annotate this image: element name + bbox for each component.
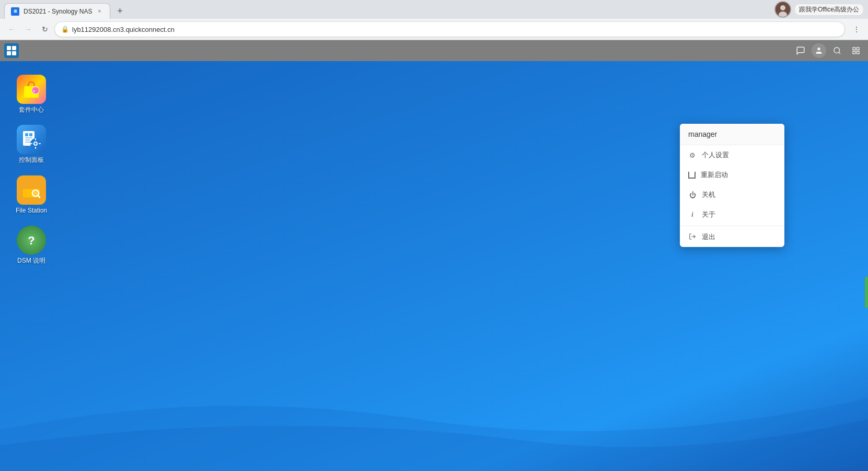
svg-rect-16 [29,133,32,136]
svg-rect-18 [25,139,30,140]
browser-right-icons: ⋮ [849,22,864,37]
about-label: 关于 [702,210,715,219]
svg-rect-24 [35,147,36,149]
new-tab-button[interactable]: + [112,4,127,18]
package-center-icon: + [17,75,46,104]
svg-point-3 [817,48,820,50]
svg-point-22 [34,143,37,145]
logo-dot-2 [12,46,16,50]
shutdown-label: 关机 [702,190,715,199]
desktop-icons-area: + 套件中心 [10,72,52,268]
logo-dot-4 [12,51,16,55]
svg-point-4 [834,48,840,53]
shutdown-icon: ⏻ [688,191,697,199]
extensions-button[interactable]: ⋮ [849,22,864,37]
svg-point-28 [34,192,37,195]
svg-rect-9 [857,51,859,54]
back-button[interactable]: ← [4,22,19,37]
scrollbar-thumb[interactable] [865,277,868,308]
restart-label: 重新启动 [701,170,728,180]
file-station-icon [17,175,46,205]
menu-item-about[interactable]: i 关于 [680,205,784,225]
tab-title: DS2021 - Synology NAS [24,8,92,15]
dsm-logo-grid [5,44,18,57]
svg-point-1 [780,5,785,10]
dsm-logo-button[interactable] [4,43,19,58]
active-tab[interactable]: ⊞ DS2021 - Synology NAS × [4,3,110,19]
menu-divider [680,226,784,226]
avatar-svg [776,2,790,17]
svg-rect-19 [25,142,31,143]
tab-favicon: ⊞ [11,7,19,16]
dsm-desktop: + 套件中心 [0,61,868,471]
dsm-taskbar [0,40,868,61]
tab-bar: ⊞ DS2021 - Synology NAS × + 跟我学Office高级办… [0,0,868,19]
svg-rect-15 [25,133,28,136]
svg-rect-8 [853,51,855,54]
svg-rect-17 [25,137,32,138]
file-station-label: File Station [16,207,47,214]
personal-settings-icon: ⚙ [688,151,697,159]
dsm-search-icon[interactable] [829,43,845,58]
browser-profile-area: 跟我学Office高级办公 [774,1,864,18]
svg-rect-23 [35,138,36,140]
address-bar-row: ← → ↻ 🔒 lyb11292008.cn3.quickconnect.cn … [0,19,868,40]
control-panel-icon [17,125,46,154]
dsm-user-icon[interactable] [812,43,826,58]
logout-icon [688,233,697,242]
dsm-help-label: DSM 说明 [17,257,45,264]
lock-icon: 🔒 [61,26,69,33]
desktop-wave-decoration [0,367,868,471]
svg-text:?: ? [28,234,34,247]
menu-item-shutdown[interactable]: ⏻ 关机 [680,185,784,205]
refresh-button[interactable]: ↻ [38,22,52,37]
control-panel-label: 控制面板 [19,156,44,163]
forward-button[interactable]: → [21,22,36,37]
desktop-icon-dsm-help[interactable]: ? DSM 说明 [10,222,52,267]
tab-close-button[interactable]: × [95,7,103,16]
desktop-icon-package-center[interactable]: + 套件中心 [10,72,52,116]
user-dropdown-menu: manager ⚙ 个人设置 重新启动 ⏻ 关机 i 关于 [680,124,784,247]
dsm-help-icon: ? [17,226,46,255]
svg-line-5 [839,52,840,54]
menu-item-restart[interactable]: 重新启动 [680,165,784,185]
logo-dot-1 [7,46,11,50]
logo-dot-3 [7,51,11,55]
browser-profile-avatar[interactable] [774,1,791,18]
desktop-icon-control-panel[interactable]: 控制面板 [10,122,52,167]
address-text: lyb11292008.cn3.quickconnect.cn [72,26,838,33]
dsm-taskbar-right [793,43,864,58]
address-bar[interactable]: 🔒 lyb11292008.cn3.quickconnect.cn [54,21,845,37]
desktop-scrollbar[interactable] [865,82,868,471]
svg-rect-25 [30,143,32,144]
about-icon: i [688,211,697,219]
restart-icon [688,171,696,179]
personal-settings-label: 个人设置 [702,150,729,160]
menu-item-logout[interactable]: 退出 [680,227,784,247]
dsm-window-icon[interactable] [848,43,864,58]
svg-rect-7 [857,48,859,50]
user-dropdown-username: manager [680,124,784,145]
desktop-icon-file-station[interactable]: File Station [10,172,52,217]
menu-item-personal-settings[interactable]: ⚙ 个人设置 [680,145,784,165]
package-center-label: 套件中心 [19,106,44,113]
logout-label: 退出 [702,232,715,242]
dsm-chat-icon[interactable] [793,43,808,58]
browser-profile-name: 跟我学Office高级办公 [794,4,864,16]
svg-rect-6 [853,48,855,50]
svg-rect-26 [39,143,41,144]
